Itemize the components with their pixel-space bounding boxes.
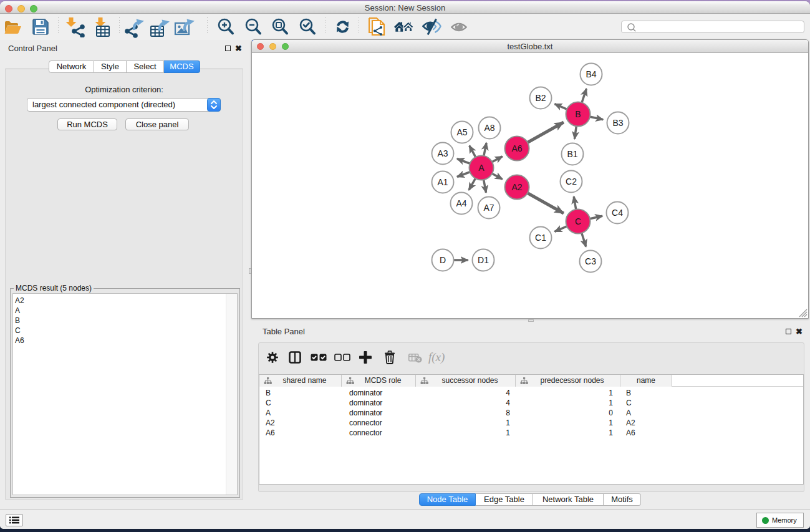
svg-text:C2: C2: [566, 177, 577, 186]
svg-text:B: B: [575, 109, 581, 119]
svg-text:A2: A2: [511, 182, 522, 192]
svg-text:A8: A8: [484, 123, 494, 133]
svg-text:C3: C3: [585, 256, 596, 266]
svg-text:A5: A5: [456, 127, 467, 137]
svg-text:A4: A4: [456, 198, 466, 208]
svg-text:A7: A7: [483, 203, 494, 213]
svg-text:D1: D1: [478, 255, 489, 265]
svg-text:A3: A3: [437, 148, 448, 158]
svg-text:C1: C1: [535, 233, 546, 243]
svg-text:C: C: [575, 216, 581, 226]
svg-text:B4: B4: [586, 69, 596, 79]
svg-text:A: A: [478, 163, 485, 173]
svg-text:B3: B3: [612, 118, 623, 128]
svg-text:D: D: [440, 255, 446, 265]
svg-text:B2: B2: [535, 93, 546, 103]
svg-text:B1: B1: [567, 149, 577, 159]
svg-text:C4: C4: [612, 208, 623, 218]
svg-text:A1: A1: [437, 177, 448, 187]
svg-text:A6: A6: [511, 143, 522, 153]
